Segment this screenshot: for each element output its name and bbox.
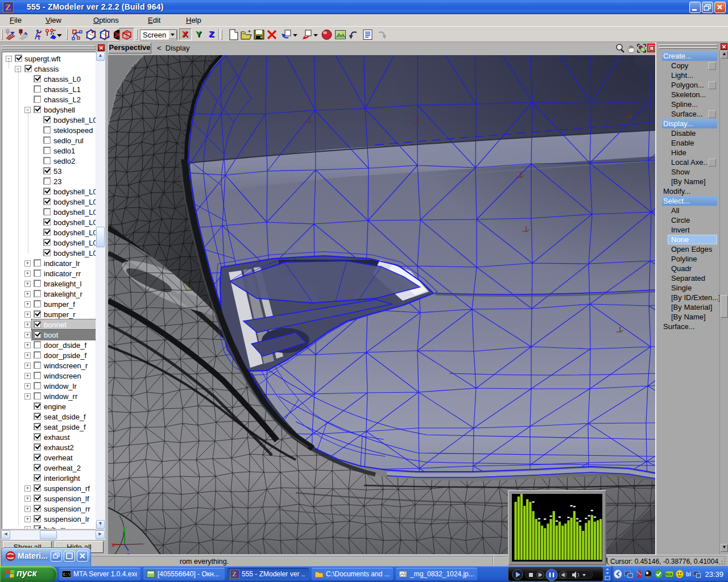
svg-text:y: y [123, 525, 127, 531]
svg-text:Z: Z [5, 3, 11, 12]
svg-text:z: z [127, 551, 130, 554]
svg-text:Z: Z [232, 570, 237, 578]
svg-text:N/A: N/A [666, 572, 672, 576]
svg-text:C:\\: C:\\ [63, 572, 71, 577]
svg-text:x: x [111, 541, 115, 548]
svg-text:bl: bl [686, 571, 691, 577]
